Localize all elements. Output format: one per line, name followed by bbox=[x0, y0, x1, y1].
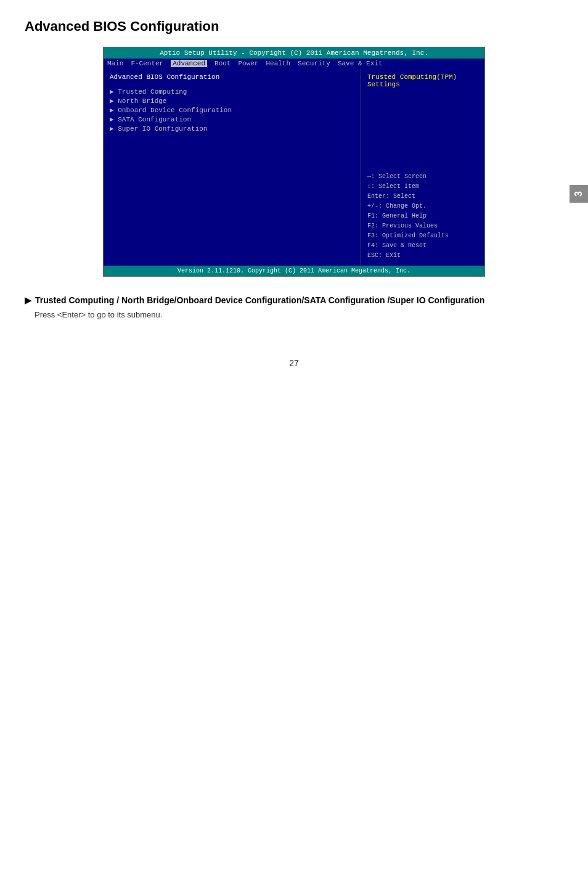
nav-f1-help: F1: General Help bbox=[367, 211, 478, 221]
nav-f3-defaults: F3: Optimized Defaults bbox=[367, 231, 478, 241]
nav-select-screen: ↔: Select Screen bbox=[367, 172, 478, 182]
menu-item-north-bridge[interactable]: ▶ North Bridge bbox=[110, 96, 354, 105]
bios-section-label: Advanced BIOS Configuration bbox=[110, 73, 354, 81]
page-content: Advanced BIOS Configuration Aptio Setup … bbox=[0, 0, 588, 386]
super-io-label: ▶ Super IO Configuration bbox=[110, 125, 207, 133]
nav-esc-exit: ESC: Exit bbox=[367, 251, 478, 261]
bios-footer: Version 2.11.1210. Copyright (C) 2011 Am… bbox=[104, 266, 484, 276]
bios-header-bar: Aptio Setup Utility - Copyright (C) 2011… bbox=[104, 47, 484, 59]
menu-save-exit[interactable]: Save & Exit bbox=[338, 60, 383, 67]
page-title: Advanced BIOS Configuration bbox=[25, 18, 563, 35]
bios-screen: Aptio Setup Utility - Copyright (C) 2011… bbox=[103, 47, 485, 277]
bios-body: Advanced BIOS Configuration ▶ Trusted Co… bbox=[104, 68, 484, 266]
nav-f2-prev: F2: Previous Values bbox=[367, 221, 478, 231]
desc-body: Press <Enter> to go to its submenu. bbox=[35, 309, 563, 321]
bios-menu-bar[interactable]: Main F-Center Advanced Boot Power Health… bbox=[104, 59, 484, 68]
trusted-computing-label: ▶ Trusted Computing bbox=[110, 88, 187, 96]
menu-item-trusted-computing[interactable]: ▶ Trusted Computing bbox=[110, 87, 354, 96]
menu-boot[interactable]: Boot bbox=[214, 60, 231, 67]
sata-config-label: ▶ SATA Configuration bbox=[110, 115, 191, 123]
nav-change-opt: +/-: Change Opt. bbox=[367, 202, 478, 211]
menu-security[interactable]: Security bbox=[298, 60, 330, 67]
desc-title: ▶ Trusted Computing / North Bridge/Onboa… bbox=[25, 295, 563, 305]
nav-enter-select: Enter: Select bbox=[367, 192, 478, 202]
north-bridge-label: ▶ North Bridge bbox=[110, 97, 166, 105]
nav-f4-save: F4: Save & Reset bbox=[367, 241, 478, 251]
nav-select-item: ↕: Select Item bbox=[367, 182, 478, 192]
menu-item-onboard-device[interactable]: ▶ Onboard Device Configuration bbox=[110, 105, 354, 115]
bios-nav-help: ↔: Select Screen ↕: Select Item Enter: S… bbox=[367, 172, 478, 261]
menu-fcenter[interactable]: F-Center bbox=[131, 60, 163, 67]
bios-header-text: Aptio Setup Utility - Copyright (C) 2011… bbox=[160, 49, 428, 57]
menu-health[interactable]: Health bbox=[266, 60, 290, 67]
onboard-device-label: ▶ Onboard Device Configuration bbox=[110, 106, 232, 114]
menu-item-super-io[interactable]: ▶ Super IO Configuration bbox=[110, 124, 354, 133]
menu-power[interactable]: Power bbox=[238, 60, 258, 67]
desc-title-text: Trusted Computing / North Bridge/Onboard… bbox=[35, 295, 484, 305]
bios-left-panel: Advanced BIOS Configuration ▶ Trusted Co… bbox=[104, 68, 361, 266]
bios-right-top-label: Trusted Computing(TPM) Settings bbox=[367, 73, 478, 88]
desc-bullet: ▶ bbox=[25, 295, 31, 305]
menu-main[interactable]: Main bbox=[107, 60, 123, 67]
side-tab: 3 bbox=[570, 185, 588, 203]
menu-advanced[interactable]: Advanced bbox=[171, 60, 207, 67]
bios-right-panel: Trusted Computing(TPM) Settings ↔: Selec… bbox=[361, 68, 484, 266]
page-number: 27 bbox=[25, 358, 563, 368]
menu-item-sata-config[interactable]: ▶ SATA Configuration bbox=[110, 115, 354, 124]
description-section: ▶ Trusted Computing / North Bridge/Onboa… bbox=[25, 295, 563, 321]
bios-footer-text: Version 2.11.1210. Copyright (C) 2011 Am… bbox=[178, 268, 410, 274]
